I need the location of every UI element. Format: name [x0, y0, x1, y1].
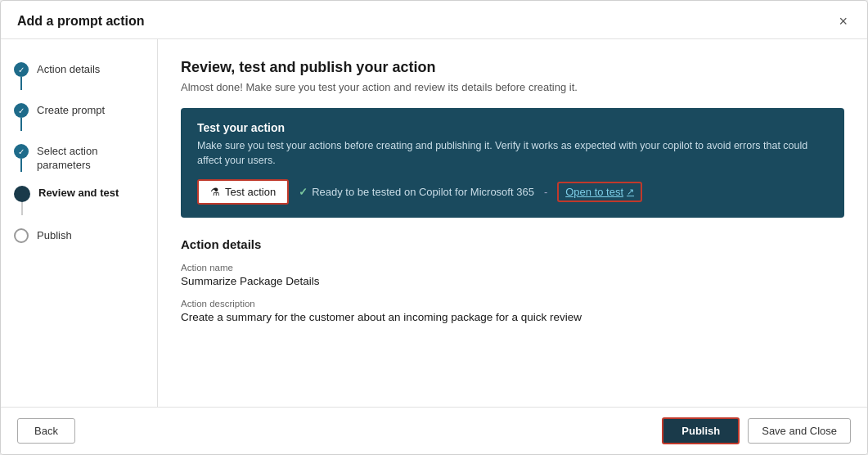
flask-icon: ⚗ — [210, 186, 220, 198]
step-circle-1: ✓ — [14, 62, 29, 77]
sidebar-label-create-prompt: Create prompt — [37, 103, 105, 118]
footer-left: Back — [17, 418, 75, 444]
page-heading: Review, test and publish your action — [181, 59, 844, 76]
test-card: Test your action Make sure you test your… — [181, 108, 844, 218]
modal-footer: Back Publish Save and Close — [1, 407, 867, 454]
modal-title: Add a prompt action — [17, 14, 145, 29]
connector-2 — [20, 118, 22, 131]
connector-3 — [20, 159, 22, 172]
test-action-button[interactable]: ⚗ Test action — [197, 179, 289, 205]
sidebar-label-select-action-parameters: Select action parameters — [37, 144, 144, 173]
check-icon: ✓ — [299, 186, 308, 198]
test-card-title: Test your action — [197, 121, 828, 134]
modal: Add a prompt action × ✓ Action details — [0, 0, 868, 455]
ready-text: ✓ Ready to be tested on Copilot for Micr… — [299, 186, 534, 198]
publish-button[interactable]: Publish — [662, 417, 740, 444]
sidebar-item-action-details[interactable]: ✓ Action details — [1, 56, 157, 97]
action-name-value: Summarize Package Details — [181, 275, 844, 287]
step-circle-5 — [14, 228, 29, 243]
test-card-desc: Make sure you test your actions before c… — [197, 139, 828, 168]
sidebar-item-publish[interactable]: Publish — [1, 222, 157, 250]
sidebar-label-publish: Publish — [37, 228, 72, 243]
external-link-icon: ↗ — [627, 187, 634, 197]
test-action-label: Test action — [225, 186, 276, 198]
modal-header: Add a prompt action × — [1, 1, 867, 39]
sidebar-item-review-and-test[interactable]: Review and test — [1, 179, 157, 222]
step-circle-2: ✓ — [14, 103, 29, 118]
step-circle-4 — [14, 186, 30, 202]
sidebar-label-action-details: Action details — [37, 62, 100, 77]
sidebar-item-create-prompt[interactable]: ✓ Create prompt — [1, 97, 157, 137]
close-button[interactable]: × — [835, 12, 851, 30]
separator: - — [544, 186, 547, 198]
page-subtext: Almost done! Make sure you test your act… — [181, 81, 844, 93]
back-button[interactable]: Back — [17, 418, 75, 444]
action-details-title: Action details — [181, 237, 844, 251]
step-circle-3: ✓ — [14, 144, 29, 159]
action-name-label: Action name — [181, 263, 844, 273]
open-to-test-button[interactable]: Open to test ↗ — [557, 182, 642, 202]
connector-4 — [21, 202, 23, 215]
main-content: Review, test and publish your action Alm… — [158, 39, 867, 407]
modal-body: ✓ Action details ✓ Create prompt — [1, 39, 867, 407]
footer-right: Publish Save and Close — [662, 417, 851, 444]
open-to-test-label: Open to test — [565, 186, 623, 198]
connector-1 — [20, 77, 22, 90]
save-close-button[interactable]: Save and Close — [748, 418, 851, 444]
sidebar-label-review-and-test: Review and test — [38, 186, 119, 200]
ready-label: Ready to be tested on Copilot for Micros… — [312, 186, 534, 198]
action-description-label: Action description — [181, 299, 844, 309]
action-description-value: Create a summary for the customer about … — [181, 311, 844, 323]
action-details-section: Action details Action name Summarize Pac… — [181, 237, 844, 323]
test-card-actions: ⚗ Test action ✓ Ready to be tested on Co… — [197, 179, 828, 205]
sidebar-item-select-action-parameters[interactable]: ✓ Select action parameters — [1, 137, 157, 179]
sidebar: ✓ Action details ✓ Create prompt — [1, 39, 158, 407]
